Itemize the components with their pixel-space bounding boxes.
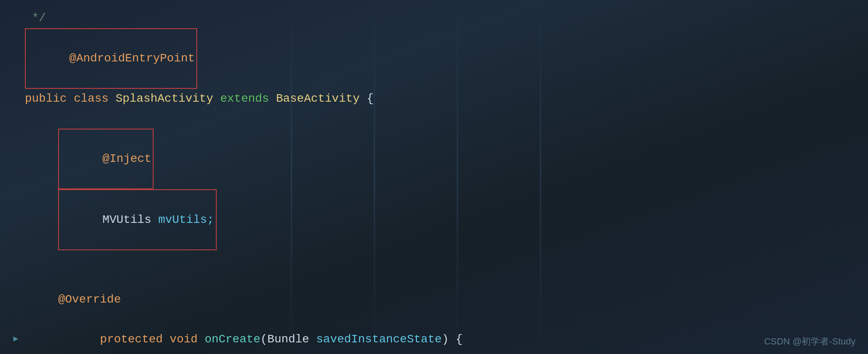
- gutter-icon-1: ▶: [13, 332, 18, 346]
- watermark: CSDN @初学者-Study: [764, 335, 856, 348]
- inject-annotation-box: @Inject: [58, 129, 154, 190]
- code-line-oncreate-sig: ▶ protected void onCreate(Bundle savedIn…: [25, 310, 860, 354]
- code-empty-1: [25, 109, 860, 129]
- code-empty-2: [25, 250, 860, 270]
- code-line-class-decl: public class SplashActivity extends Base…: [25, 89, 860, 109]
- code-line-comment-close: */: [25, 8, 860, 28]
- code-line-inject: @Inject: [25, 129, 860, 190]
- code-line-mvutils: MVUtils mvUtils;: [25, 189, 860, 250]
- code-line-annotation-entry: @AndroidEntryPoint: [25, 28, 860, 89]
- code-editor: */ @AndroidEntryPoint public class Splas…: [0, 0, 868, 354]
- code-empty-3: [25, 270, 860, 290]
- code-line-override: @Override: [25, 290, 860, 310]
- annotation-entry-box: @AndroidEntryPoint: [25, 28, 197, 89]
- mvutils-field-box: MVUtils mvUtils;: [58, 189, 217, 250]
